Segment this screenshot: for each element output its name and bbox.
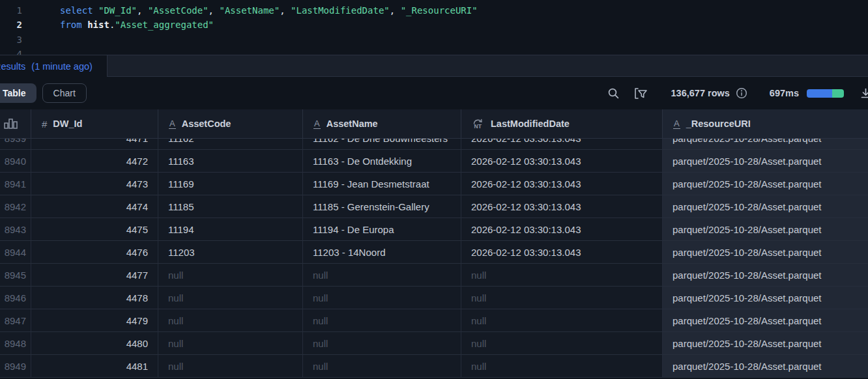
tab-table[interactable]: Table xyxy=(0,83,36,103)
cell-resourceuri[interactable]: parquet/2025-10-28/Asset.parquet xyxy=(663,173,868,195)
cell-resourceuri[interactable]: parquet/2025-10-28/Asset.parquet xyxy=(663,150,868,173)
cell-lastmodifieddate[interactable]: null xyxy=(461,332,663,355)
cell-lastmodifieddate[interactable]: null xyxy=(461,287,663,309)
cell-assetcode[interactable]: 11185 xyxy=(158,195,303,218)
table-row[interactable]: 89474479nullnullnullparquet/2025-10-28/A… xyxy=(0,309,868,332)
cell-assetcode[interactable]: null xyxy=(158,264,303,287)
cell-resourceuri[interactable]: parquet/2025-10-28/Asset.parquet xyxy=(663,309,868,332)
column-header-assetname[interactable]: A AssetName xyxy=(303,109,461,139)
column-header-stats[interactable] xyxy=(0,109,31,139)
search-icon[interactable] xyxy=(607,87,620,100)
cell-assetname[interactable]: null xyxy=(303,332,461,355)
sql-code[interactable]: select "DW_Id", "AssetCode", "AssetName"… xyxy=(29,0,478,55)
sql-editor[interactable]: 1234 select "DW_Id", "AssetCode", "Asset… xyxy=(0,0,868,55)
cell-assetcode[interactable]: null xyxy=(158,287,303,309)
cell-resourceuri[interactable]: parquet/2025-10-28/Asset.parquet xyxy=(663,264,868,287)
row-number-cell: 8943 xyxy=(0,218,31,241)
code-token: "_ResourceURI" xyxy=(401,5,478,16)
cell-assetcode[interactable]: null xyxy=(158,355,303,378)
cell-lastmodifieddate[interactable]: null xyxy=(461,309,663,332)
cell-assetname[interactable]: 11185 - Gerenstein-Gallery xyxy=(303,195,461,218)
cell-dw-id[interactable]: 4474 xyxy=(31,195,158,218)
code-token: "AssetCode" xyxy=(148,5,209,16)
table-body: 893944711116211162 - De Drie Bouwmeester… xyxy=(0,127,868,378)
table-row[interactable]: 89454477nullnullnullparquet/2025-10-28/A… xyxy=(0,264,868,287)
cell-assetname[interactable]: 11194 - De Europa xyxy=(303,218,461,241)
info-icon[interactable] xyxy=(736,87,747,99)
table-row[interactable]: 89494481nullnullnullparquet/2025-10-28/A… xyxy=(0,355,868,378)
row-number-cell: 8949 xyxy=(0,355,31,378)
cell-lastmodifieddate[interactable]: 2026-02-12 03:30:13.043 xyxy=(461,241,663,264)
cell-assetname[interactable]: 11169 - Jean Desmetstraat xyxy=(303,173,461,195)
cell-assetname[interactable]: null xyxy=(303,355,461,378)
cell-lastmodifieddate[interactable]: null xyxy=(461,264,663,287)
duration-bar-green xyxy=(832,89,844,98)
cell-dw-id[interactable]: 4476 xyxy=(31,241,158,264)
tab-chart[interactable]: Chart xyxy=(42,83,87,103)
column-label: AssetName xyxy=(326,119,378,129)
download-icon[interactable] xyxy=(860,87,868,100)
code-line[interactable]: select "DW_Id", "AssetCode", "AssetName"… xyxy=(60,3,478,18)
cell-assetname[interactable]: null xyxy=(303,287,461,309)
code-line[interactable]: from hist."Asset_aggregated" xyxy=(60,18,478,32)
results-tab[interactable]: Results(1 minute ago) xyxy=(0,55,108,77)
cell-assetcode[interactable]: 11194 xyxy=(158,218,303,241)
row-number-cell: 8942 xyxy=(0,195,31,218)
cell-dw-id[interactable]: 4473 xyxy=(31,173,158,195)
cell-assetcode[interactable]: 11169 xyxy=(158,173,303,195)
sql-results-app: 1234 select "DW_Id", "AssetCode", "Asset… xyxy=(0,0,868,379)
cell-dw-id[interactable]: 4481 xyxy=(31,355,158,378)
cell-dw-id[interactable]: 4479 xyxy=(31,309,158,332)
cell-resourceuri[interactable]: parquet/2025-10-28/Asset.parquet xyxy=(663,332,868,355)
table-row[interactable]: 894044721116311163 - De Ontdekking2026-0… xyxy=(0,150,868,173)
cell-assetcode[interactable]: 11203 xyxy=(158,241,303,264)
cell-dw-id[interactable]: 4478 xyxy=(31,287,158,309)
row-number-cell: 8944 xyxy=(0,241,31,264)
table-row[interactable]: 89464478nullnullnullparquet/2025-10-28/A… xyxy=(0,287,868,309)
cell-assetcode[interactable]: 11163 xyxy=(158,150,303,173)
cell-assetname[interactable]: 11203 - 14Noord xyxy=(303,241,461,264)
row-number-cell: 8945 xyxy=(0,264,31,287)
cell-assetname[interactable]: 11163 - De Ontdekking xyxy=(303,150,461,173)
table-row[interactable]: 894144731116911169 - Jean Desmetstraat20… xyxy=(0,173,868,195)
cell-dw-id[interactable]: 4475 xyxy=(31,218,158,241)
column-label: _ResourceURI xyxy=(686,119,751,129)
text-type-icon: A xyxy=(313,119,321,129)
cell-lastmodifieddate[interactable]: 2026-02-12 03:30:13.043 xyxy=(461,173,663,195)
cell-resourceuri[interactable]: parquet/2025-10-28/Asset.parquet xyxy=(663,195,868,218)
table-row[interactable]: 894444761120311203 - 14Noord2026-02-12 0… xyxy=(0,241,868,264)
cell-resourceuri[interactable]: parquet/2025-10-28/Asset.parquet xyxy=(663,241,868,264)
row-number-cell: 8946 xyxy=(0,287,31,309)
cell-assetcode[interactable]: null xyxy=(158,332,303,355)
toolbar-right: 136,677 rows 697ms xyxy=(607,87,868,100)
svg-text:NT: NT xyxy=(474,123,482,130)
results-table: 893944711116211162 - De Drie Bouwmeester… xyxy=(0,109,868,379)
cell-lastmodifieddate[interactable]: 2026-02-12 03:30:13.043 xyxy=(461,218,663,241)
code-token: "Asset_aggregated" xyxy=(115,20,214,30)
column-header-assetcode[interactable]: A AssetCode xyxy=(158,109,303,139)
column-header-lastmodifieddate[interactable]: NT LastModifiedDate xyxy=(461,109,663,139)
cell-assetcode[interactable]: null xyxy=(158,309,303,332)
cell-dw-id[interactable]: 4480 xyxy=(31,332,158,355)
cell-lastmodifieddate[interactable]: 2026-02-12 03:30:13.043 xyxy=(461,150,663,173)
cell-dw-id[interactable]: 4472 xyxy=(31,150,158,173)
table-row[interactable]: 894344751119411194 - De Europa2026-02-12… xyxy=(0,218,868,241)
text-type-icon: A xyxy=(673,119,680,129)
code-token: , xyxy=(280,5,291,16)
table-row[interactable]: 894244741118511185 - Gerenstein-Gallery2… xyxy=(0,195,868,218)
cell-resourceuri[interactable]: parquet/2025-10-28/Asset.parquet xyxy=(663,355,868,378)
column-label: LastModifiedDate xyxy=(491,119,570,129)
cell-lastmodifieddate[interactable]: 2026-02-12 03:30:13.043 xyxy=(461,195,663,218)
cell-resourceuri[interactable]: parquet/2025-10-28/Asset.parquet xyxy=(663,287,868,309)
column-header-dw-id[interactable]: # DW_Id xyxy=(31,109,158,139)
cell-dw-id[interactable]: 4477 xyxy=(31,264,158,287)
table-row[interactable]: 89484480nullnullnullparquet/2025-10-28/A… xyxy=(0,332,868,355)
code-token: , xyxy=(209,5,220,16)
column-header-resourceuri[interactable]: A _ResourceURI xyxy=(663,109,868,139)
cell-resourceuri[interactable]: parquet/2025-10-28/Asset.parquet xyxy=(663,218,868,241)
results-bar: Results(1 minute ago) xyxy=(0,55,868,77)
filter-icon[interactable] xyxy=(634,87,648,100)
cell-assetname[interactable]: null xyxy=(303,309,461,332)
cell-assetname[interactable]: null xyxy=(303,264,461,287)
cell-lastmodifieddate[interactable]: null xyxy=(461,355,663,378)
